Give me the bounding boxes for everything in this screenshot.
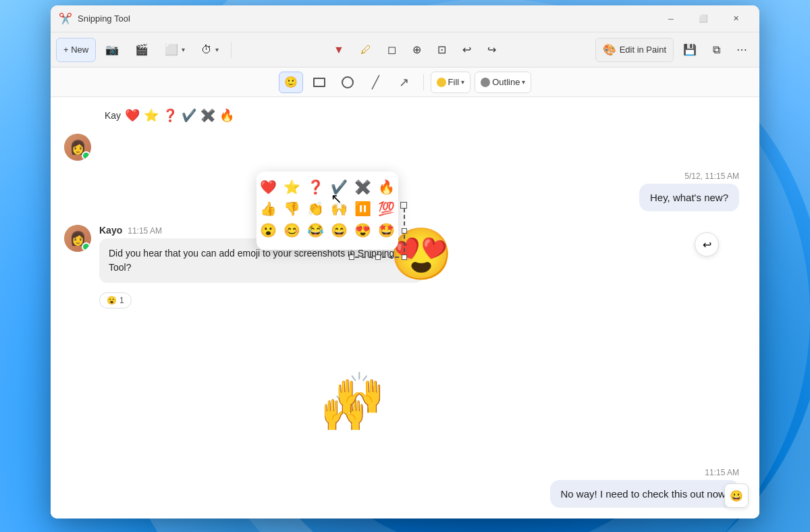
eraser-button[interactable]: ◻: [381, 38, 403, 62]
fill-color-swatch: [437, 78, 446, 87]
msg-time-2: 11:15 AM: [128, 226, 162, 236]
emoji-hearts[interactable]: 😍: [352, 221, 373, 239]
reaction-fire: 🔥: [219, 108, 234, 123]
edit-in-paint-button[interactable]: 🎨 Edit in Paint: [595, 38, 674, 62]
redo-button[interactable]: ↪: [481, 38, 503, 62]
emoji-picker: ❤️ ⭐ ❓ ✔️ ✖️ 🔥 👍 👎 👏 🙌 ⏸️ 💯 😮 😊 😂 😄: [256, 171, 398, 250]
emoji-starstruck[interactable]: 🤩: [376, 221, 397, 239]
pen-button[interactable]: ▼: [327, 38, 351, 62]
handle-mid-right[interactable]: [402, 228, 407, 234]
close-button[interactable]: ✕: [720, 8, 751, 30]
emoji-thumbsdown[interactable]: 👎: [281, 200, 302, 217]
reaction-heart: ❤️: [125, 108, 140, 123]
rectangle-mode-button[interactable]: ⬜ ▾: [158, 38, 192, 62]
crop-button[interactable]: ⊕: [406, 38, 428, 62]
fill-dropdown-icon: ▾: [461, 78, 464, 86]
bottom-right-button[interactable]: 😀: [724, 483, 749, 508]
emoji-wow[interactable]: 😮: [258, 221, 279, 239]
undo-button[interactable]: ↩: [456, 38, 478, 62]
handle-bottom-left[interactable]: [349, 255, 354, 260]
camera-button[interactable]: 📷: [99, 38, 126, 62]
timer-dropdown-icon: ▾: [215, 46, 219, 53]
circle-draw-icon: [342, 76, 354, 88]
emoji-grin[interactable]: 😄: [329, 221, 350, 239]
pen-icon: ▼: [333, 44, 344, 56]
emoji-laugh[interactable]: 😂: [305, 221, 326, 239]
copy-button[interactable]: ⧉: [706, 38, 727, 62]
emoji-100[interactable]: 💯: [376, 200, 397, 217]
drawing-toolbar: 🙂 ╱ ↗ Fill ▾ Outline ▾: [51, 68, 759, 97]
outline-color-swatch: [481, 78, 490, 87]
new-button[interactable]: + New: [56, 38, 96, 62]
emoji-x[interactable]: ✖️: [352, 178, 373, 196]
handle-bottom-right[interactable]: [402, 255, 407, 260]
emoji-row-2: 👍 👎 👏 🙌 ⏸️ 💯: [263, 200, 392, 217]
rectangle-draw-icon: [313, 78, 325, 87]
crop-icon: ⊕: [412, 43, 421, 56]
toolbar-separator-1: [231, 42, 232, 58]
emoji-star[interactable]: ⭐: [281, 178, 302, 196]
emoji-heart[interactable]: ❤️: [258, 178, 279, 196]
emoji-clap[interactable]: 👏: [305, 200, 326, 217]
edit-in-paint-label: Edit in Paint: [620, 45, 666, 55]
emoji-question[interactable]: ❓: [305, 178, 326, 196]
video-button[interactable]: 🎬: [128, 38, 155, 62]
emoji-pause[interactable]: ⏸️: [352, 200, 373, 217]
timer-icon: ⏱: [201, 44, 212, 56]
more-options-button[interactable]: ⋯: [730, 38, 754, 62]
rectangle-draw-button[interactable]: [307, 72, 331, 93]
avatar-kayo-2: 👩: [64, 225, 91, 252]
scroll-button[interactable]: ↩: [695, 232, 719, 257]
emoji-fire[interactable]: 🔥: [376, 178, 397, 196]
reaction-check: ✔️: [182, 108, 196, 123]
minimize-button[interactable]: ─: [655, 8, 686, 30]
reaction-badge[interactable]: 😮 1: [99, 292, 132, 309]
arrow-draw-button[interactable]: ↗: [392, 72, 416, 93]
outline-label: Outline: [492, 77, 520, 87]
app-icon: ✂️: [59, 12, 72, 25]
snipping-tool-window: ✂️ Snipping Tool ─ ⬜ ✕ + New 📷 🎬 ⬜ ▾ ⏱ ▾: [51, 5, 759, 518]
content-area: Kay ❤️ ⭐ ❓ ✔️ ✖️ 🔥 👩 5/12, 11:: [51, 97, 759, 518]
line-draw-button[interactable]: ╱: [364, 72, 388, 93]
emoji-tool-icon: 🙂: [284, 76, 298, 88]
large-clap-emoji: 🙌: [334, 373, 385, 414]
online-indicator-2: [82, 242, 90, 251]
transform-icon: ⊡: [437, 43, 446, 56]
undo-icon: ↩: [462, 43, 471, 56]
outgoing-time-2: 11:15 AM: [705, 468, 739, 477]
window-controls: ─ ⬜ ✕: [655, 8, 751, 30]
outgoing-bubble-2: No way! I need to check this out now!: [550, 480, 739, 508]
outline-dropdown-icon: ▾: [522, 78, 525, 86]
outline-dropdown[interactable]: Outline ▾: [475, 72, 531, 93]
circle-draw-button[interactable]: [335, 72, 360, 93]
save-button[interactable]: 💾: [676, 38, 703, 62]
reaction-username: Kay: [105, 110, 121, 121]
transform-button[interactable]: ⊡: [431, 38, 453, 62]
title-bar: ✂️ Snipping Tool ─ ⬜ ✕: [51, 5, 759, 32]
fill-dropdown[interactable]: Fill ▾: [431, 72, 471, 93]
reaction-container: 😮 1: [99, 288, 746, 309]
avatar-kayo-1: 👩: [64, 134, 91, 161]
mouse-cursor: ↖: [331, 190, 342, 207]
emoji-smile[interactable]: 😊: [281, 221, 302, 239]
outgoing-bubble-1: Hey, what's new?: [639, 184, 739, 211]
incoming-message-1: 👩: [64, 134, 746, 161]
redo-icon: ↪: [487, 43, 496, 56]
reaction-question: ❓: [163, 108, 178, 123]
maximize-button[interactable]: ⬜: [688, 8, 719, 30]
emoji-tool-button[interactable]: 🙂: [279, 72, 303, 93]
chat-screenshot: Kay ❤️ ⭐ ❓ ✔️ ✖️ 🔥 👩 5/12, 11:: [51, 97, 759, 518]
draw-separator: [423, 74, 424, 90]
online-indicator-1: [82, 151, 90, 160]
highlighter-button[interactable]: 🖊: [354, 38, 378, 62]
handle-bottom-mid[interactable]: [375, 255, 381, 260]
timer-button[interactable]: ⏱ ▾: [194, 38, 225, 62]
camera-icon: 📷: [105, 43, 119, 56]
main-toolbar: + New 📷 🎬 ⬜ ▾ ⏱ ▾ ▼ 🖊 ◻ ⊕: [51, 32, 759, 68]
copy-icon: ⧉: [713, 44, 720, 56]
new-button-label: + New: [63, 45, 88, 55]
paint-icon: 🎨: [603, 43, 616, 56]
line-draw-icon: ╱: [372, 75, 379, 90]
rectangle-dropdown-icon: ▾: [182, 46, 185, 53]
emoji-thumbsup[interactable]: 👍: [258, 200, 279, 217]
